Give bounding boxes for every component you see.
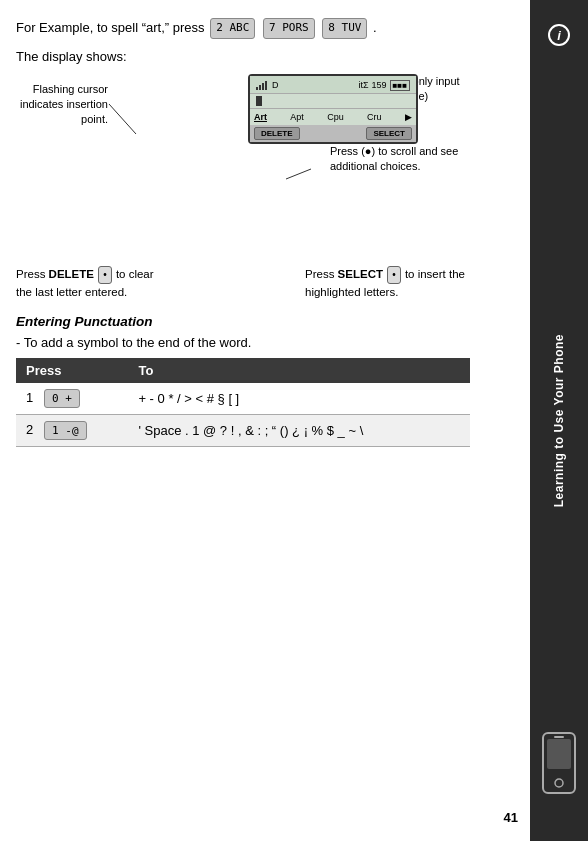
table-row: 2 1 -@ ' Space . 1 @ ? ! , & : ; “ () ¿ … [16,414,470,446]
screen-soft-buttons: DELETE SELECT [250,125,416,142]
callout-top-left-text: Flashing cursor indicates insertion poin… [20,83,108,125]
delete-button[interactable]: DELETE [254,127,300,140]
right-sidebar: i Learning to Use Your Phone [530,0,588,841]
below-diagram-notes: Press DELETE • to clear the last letter … [16,266,470,300]
counter-area: itΣ 159 ■■■ [358,80,410,91]
screen-word-suggestions: Art Apt Cpu Cru ▶ [250,109,416,125]
svg-rect-4 [547,739,571,769]
row2-value: ' Space . 1 @ ? ! , & : ; “ () ¿ ¡ % $ _… [128,414,470,446]
signal-bars [256,80,267,90]
main-content: For Example, to spell “art,” press 2 ABC… [0,0,530,841]
select-label: SELECT [338,268,383,280]
svg-line-0 [109,104,136,134]
screen-text-input [250,93,416,109]
signal-bar-2 [259,85,261,90]
key3: 8 TUV [322,18,367,39]
page-number: 41 [504,810,518,825]
callout-press-scroll-text: Press (●) to scroll and see additional c… [330,145,458,172]
info-icon: i [548,24,570,46]
intro-text: For Example, to spell “art,” press [16,20,205,35]
svg-rect-6 [554,736,564,738]
row1-num-cell: 1 0 + [16,383,128,415]
svg-point-5 [555,779,563,787]
table-header: Press To [16,358,470,383]
callout-top-left: Flashing cursor indicates insertion poin… [16,82,108,127]
select-note: Press SELECT • to insert the highlighted… [305,266,470,300]
table-body: 1 0 + + - 0 * / > < # § [ ] 2 1 -@ ' Spa… [16,383,470,447]
word-cru: Cru [367,112,382,122]
intro-period: . [373,20,377,35]
row1-value: + - 0 * / > < # § [ ] [128,383,470,415]
key1: 2 ABC [210,18,255,39]
battery-icon: ■■■ [390,80,411,91]
delete-label: DELETE [49,268,94,280]
page-wrapper: For Example, to spell “art,” press 2 ABC… [0,0,588,841]
row2-key: 1 -@ [44,421,87,440]
table-row: 1 0 + + - 0 * / > < # § [ ] [16,383,470,415]
phone-graphic-icon [537,731,581,811]
word-art: Art [254,112,267,122]
svg-line-2 [286,169,311,179]
sidebar-label: Learning to Use Your Phone [551,334,568,507]
arrow-right-icon: ▶ [405,112,412,122]
col-press: Press [16,358,128,383]
key2: 7 PORS [263,18,315,39]
row1-key: 0 + [44,389,80,408]
intro-paragraph: For Example, to spell “art,” press 2 ABC… [16,18,470,39]
row1-num: 1 [26,390,33,405]
icon-d: D [272,80,279,90]
word-cpu: Cpu [327,112,344,122]
select-button[interactable]: SELECT [366,127,412,140]
signal-bar-1 [256,87,258,90]
phone-screen: D itΣ 159 ■■■ Art [248,74,418,144]
press-table: Press To 1 0 + + - 0 * / > < # § [ ] 2 [16,358,470,447]
select-key: • [387,266,401,284]
signal-bar-4 [265,81,267,90]
table-header-row: Press To [16,358,470,383]
section-title: Entering Punctuation [16,314,470,329]
delete-note: Press DELETE • to clear the last letter … [16,266,171,300]
signal-bar-3 [262,83,264,90]
section-desc: - To add a symbol to the end of the word… [16,335,470,350]
row2-num-cell: 2 1 -@ [16,414,128,446]
row2-num: 2 [26,422,33,437]
text-cursor [256,96,262,106]
callout-press-scroll: Press (●) to scroll and see additional c… [330,144,460,174]
display-shows-label: The display shows: [16,49,470,64]
delete-key: • [98,266,112,284]
counter-value: 159 [371,80,386,90]
col-to: To [128,358,470,383]
word-apt: Apt [290,112,304,122]
diagram-wrapper: Flashing cursor indicates insertion poin… [16,74,470,254]
screen-status-bar: D itΣ 159 ■■■ [250,76,416,93]
phone-screen-area: D itΣ 159 ■■■ Art [188,74,358,144]
counter-label: itΣ [358,80,368,90]
signal-area: D [256,80,279,90]
